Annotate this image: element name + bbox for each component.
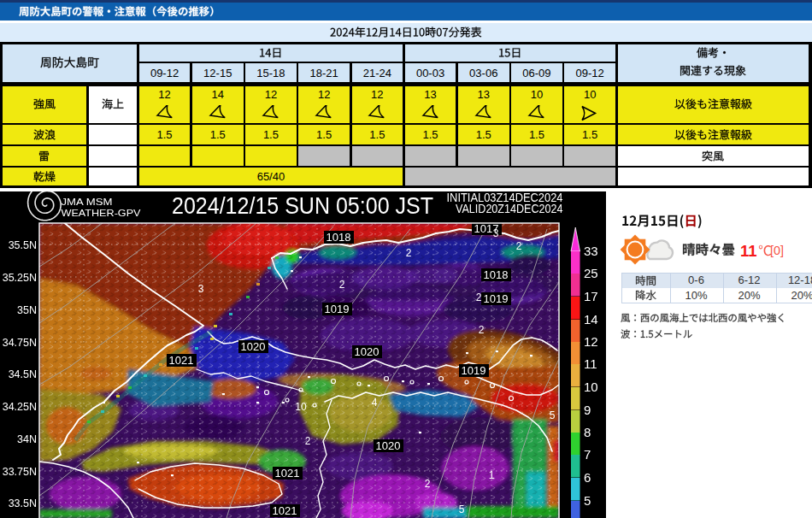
svg-text:1020: 1020 [376,439,401,452]
svg-text:1019: 1019 [325,303,350,315]
svg-text:2: 2 [339,279,345,291]
svg-text:5: 5 [584,493,591,508]
svg-text:25: 25 [584,266,598,280]
svg-text:7: 7 [584,447,591,462]
svg-text:3: 3 [493,227,499,239]
svg-text:1021: 1021 [275,467,300,480]
svg-text:8: 8 [584,425,591,439]
svg-text:17: 17 [584,289,598,303]
svg-text:1: 1 [489,469,495,481]
svg-text:9: 9 [584,403,591,417]
svg-text:14: 14 [584,312,598,327]
svg-text:12: 12 [584,334,598,349]
svg-text:2: 2 [479,324,485,336]
svg-text:5: 5 [459,503,465,515]
svg-text:2: 2 [516,240,522,252]
svg-text:35.5N: 35.5N [9,239,37,251]
svg-text:2: 2 [476,291,482,303]
svg-text:1019: 1019 [484,292,509,305]
svg-text:1020: 1020 [241,340,266,353]
svg-text:11: 11 [584,356,597,371]
svg-text:2: 2 [425,478,431,490]
svg-text:1018: 1018 [327,231,351,244]
svg-text:33: 33 [584,244,598,258]
svg-text:4: 4 [372,397,378,409]
svg-text:10: 10 [295,401,307,413]
svg-text:3: 3 [198,283,204,295]
svg-text:2: 2 [305,435,311,447]
svg-text:VALID20Z14DEC2024: VALID20Z14DEC2024 [456,201,563,215]
svg-text:JMA MSM: JMA MSM [62,197,113,207]
svg-text:2024/12/15 SUN 05:00 JST: 2024/12/15 SUN 05:00 JST [172,192,433,219]
svg-text:WEATHER-GPV: WEATHER-GPV [62,208,141,218]
svg-text:1021: 1021 [169,354,194,367]
svg-text:1020: 1020 [355,345,380,358]
svg-text:1018: 1018 [484,268,509,281]
svg-text:10: 10 [584,380,598,394]
svg-text:34.5N: 34.5N [9,368,37,380]
svg-text:5: 5 [550,409,556,421]
svg-text:35N: 35N [17,304,37,316]
svg-text:34.75N: 34.75N [3,337,37,349]
svg-text:2: 2 [406,247,412,259]
svg-text:35.25N: 35.25N [3,272,37,284]
svg-text:33.5N: 33.5N [9,497,37,509]
svg-text:34N: 34N [17,433,37,445]
svg-text:6: 6 [584,470,591,485]
svg-text:34.25N: 34.25N [3,401,37,413]
svg-text:1019: 1019 [462,364,486,377]
svg-text:1021: 1021 [273,504,297,517]
svg-text:33.75N: 33.75N [3,466,37,478]
